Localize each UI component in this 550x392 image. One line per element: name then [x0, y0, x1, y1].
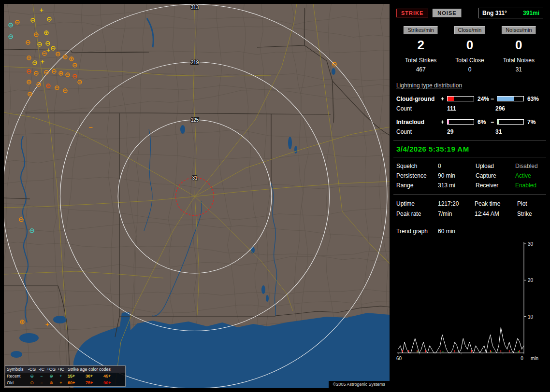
- plot-mode-value: Strike: [517, 210, 543, 217]
- range-label: Range: [396, 182, 438, 189]
- cg-pos-pct: 24%: [475, 96, 491, 102]
- range-ring-label: 313: [191, 5, 199, 10]
- cg-neg-count: 296: [495, 105, 543, 112]
- cloud-ground-label: Cloud-ground: [396, 96, 441, 102]
- legend-col-neg-cg: -CG: [27, 366, 37, 373]
- legend-col-pos-ic: +IC: [56, 366, 66, 373]
- legend-old-row: Old ⊖ − ⊕ + 60+ 75+ 90+: [5, 379, 125, 386]
- cloud-ground-row: Cloud-ground + 24% − 63%: [396, 94, 543, 104]
- trend-graph-label: Trend graph: [396, 228, 438, 235]
- distribution-section: Lightning type distribution Cloud-ground…: [393, 77, 546, 141]
- age-75: 75+: [84, 380, 101, 386]
- rate-values-row: 2 0 0: [396, 34, 543, 57]
- plus-icon: +: [56, 380, 66, 386]
- bearing-display: Bng 311° 391mi: [478, 8, 543, 18]
- persistence-label: Persistence: [396, 172, 438, 179]
- close-per-min-value: 0: [445, 38, 494, 53]
- intracloud-label: Intracloud: [396, 119, 441, 126]
- svg-text:60: 60: [396, 356, 402, 361]
- ic-neg-count: 31: [495, 128, 543, 135]
- circle-minus-icon: ⊖: [27, 380, 37, 386]
- settings-section: Squelch 0 Upload Disabled Persistence 90…: [393, 157, 546, 195]
- noises-per-min-chip: Noises/min: [502, 26, 536, 34]
- plus-icon: +: [56, 373, 66, 379]
- strike-indicator: STRIKE: [396, 9, 428, 17]
- circle-plus-icon: ⊕: [46, 373, 56, 379]
- squelch-label: Squelch: [396, 163, 438, 169]
- strikes-per-min-value: 2: [396, 38, 445, 53]
- age-15: 15+: [66, 373, 84, 379]
- ic-pos-count: 29: [447, 128, 495, 135]
- total-noises-label: Total Noises: [494, 57, 543, 64]
- ic-pos-pct: 6%: [475, 119, 491, 126]
- peak-rate-value: 7/min: [438, 210, 475, 217]
- session-row: Peak rate 7/min 12:44 AM Strike: [396, 209, 543, 219]
- circle-minus-icon: ⊖: [27, 373, 37, 379]
- settings-row: Squelch 0 Upload Disabled: [396, 161, 543, 171]
- total-close-label: Total Close: [445, 57, 494, 64]
- totals-labels-row: Total Strikes Total Close Total Noises: [396, 57, 543, 64]
- svg-text:30: 30: [528, 241, 534, 247]
- copyright-text: ©2005 Astrogenic Systems: [329, 381, 390, 388]
- bearing-label: Bng 311°: [482, 10, 507, 16]
- capture-status: Active: [515, 172, 543, 179]
- total-strikes-value: 467: [396, 66, 445, 73]
- age-60: 60+: [66, 380, 84, 386]
- legend-recent-label: Recent: [7, 373, 27, 379]
- status-panel: STRIKE NOISE Bng 311° 391mi Strikes/min …: [393, 4, 546, 388]
- age-90: 90+: [101, 380, 119, 386]
- total-noises-value: 31: [494, 66, 543, 73]
- squelch-value: 0: [438, 163, 476, 169]
- rate-chips-row: Strikes/min Close/min Noises/min: [396, 26, 543, 34]
- session-row: Uptime 1217:20 Peak time Plot: [396, 198, 543, 209]
- peak-time-value: 12:44 AM: [475, 210, 517, 217]
- map-canvas: 31321912531: [4, 4, 390, 388]
- strikes-per-min-chip: Strikes/min: [404, 26, 437, 34]
- minus-sign: −: [491, 96, 497, 102]
- range-value: 313 mi: [438, 182, 476, 189]
- totals-values-row: 467 0 31: [396, 64, 543, 73]
- age-30: 30+: [84, 373, 101, 379]
- settings-row: Persistence 90 min Capture Active: [396, 171, 543, 181]
- close-per-min-chip: Close/min: [454, 26, 486, 34]
- legend-recent-row: Recent ⊖ − ⊕ + 15+ 30+ 45+: [5, 373, 125, 379]
- minus-icon: −: [37, 380, 46, 386]
- svg-text:20: 20: [528, 278, 534, 283]
- range-ring-label: 31: [192, 175, 198, 181]
- legend-col-pos-cg: +CG: [46, 366, 56, 373]
- bearing-distance: 391mi: [523, 10, 539, 16]
- plot-label: Plot: [517, 200, 543, 207]
- legend-col-neg-ic: -IC: [37, 366, 46, 373]
- uptime-label: Uptime: [396, 200, 438, 207]
- lightning-map[interactable]: 31321912531 Symbols -CG -IC +CG +IC Stri…: [4, 4, 390, 388]
- trend-chart-container: 102030600min: [393, 237, 546, 363]
- minus-icon: −: [37, 373, 46, 379]
- minus-sign: −: [491, 119, 497, 126]
- uptime-value: 1217:20: [438, 200, 475, 207]
- trend-graph-row: Trend graph 60 min: [393, 223, 546, 237]
- total-strikes-label: Total Strikes: [396, 57, 445, 64]
- peak-time-label: Peak time: [475, 200, 517, 207]
- persistence-value: 90 min: [438, 172, 476, 179]
- range-ring-label: 219: [191, 60, 199, 65]
- trend-chart: 102030600min: [395, 238, 543, 362]
- settings-row: Range 313 mi Receiver Enabled: [396, 181, 543, 190]
- ic-neg-bar: [497, 119, 524, 125]
- distribution-title: Lightning type distribution: [396, 82, 543, 89]
- datetime-display: 3/4/2026 5:35:19 AM: [393, 141, 546, 157]
- legend-symbols-header: Symbols: [7, 366, 27, 373]
- svg-text:0: 0: [521, 356, 523, 361]
- circle-plus-icon: ⊕: [46, 380, 56, 386]
- cg-pos-count: 111: [447, 105, 495, 112]
- plus-sign: +: [441, 96, 447, 102]
- intracloud-count-row: Count 29 31: [396, 127, 543, 137]
- ic-pos-bar: [447, 119, 474, 125]
- receiver-status: Enabled: [515, 182, 543, 189]
- cg-neg-bar: [497, 96, 524, 101]
- svg-text:10: 10: [528, 314, 534, 320]
- noises-per-min-value: 0: [494, 38, 543, 53]
- count-label: Count: [396, 105, 447, 112]
- plus-sign: +: [441, 119, 447, 126]
- panel-header: STRIKE NOISE Bng 311° 391mi: [396, 8, 543, 18]
- svg-text:min: min: [531, 356, 538, 361]
